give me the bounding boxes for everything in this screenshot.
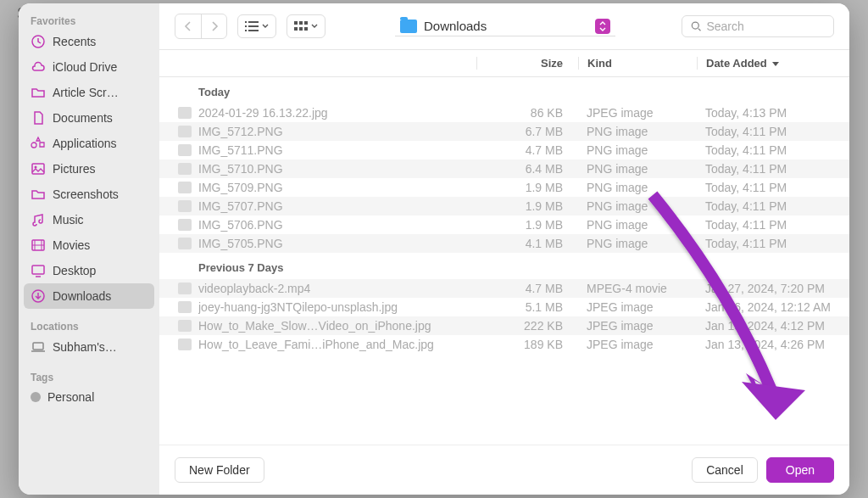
file-date: Today, 4:11 PM <box>697 181 849 194</box>
sidebar-item-label: Music <box>53 213 84 227</box>
nav-buttons <box>175 14 227 39</box>
file-date: Jan 26, 2024, 12:12 AM <box>697 300 849 314</box>
back-button[interactable] <box>175 14 201 38</box>
sidebar-item-label: Recents <box>53 35 96 48</box>
file-row[interactable]: IMG_5705.PNG4.1 MBPNG imageToday, 4:11 P… <box>159 234 849 253</box>
dialog-footer: New Folder Cancel Open <box>159 445 849 495</box>
file-kind: PNG image <box>578 181 697 194</box>
sidebar-item-desktop[interactable]: Desktop <box>19 258 159 283</box>
file-icon <box>178 126 192 137</box>
svg-rect-8 <box>299 21 303 25</box>
col-name-header[interactable]: Name <box>159 57 476 70</box>
sidebar-tag[interactable]: Personal <box>19 385 159 409</box>
sidebar-item-applications[interactable]: Applications <box>19 131 159 156</box>
folder-icon <box>400 20 417 33</box>
sidebar-item-screenshots[interactable]: Screenshots <box>19 182 159 207</box>
pictures-icon <box>31 161 46 176</box>
sidebar-item-music[interactable]: Music <box>19 207 159 232</box>
file-icon <box>178 219 192 231</box>
sidebar-item-recents[interactable]: Recents <box>19 29 159 54</box>
main-panel: Downloads Name Size Kind Date Added Toda… <box>159 3 849 495</box>
movies-icon <box>31 238 46 253</box>
file-date: Today, 4:11 PM <box>697 162 849 176</box>
sidebar-locations-header: Locations <box>19 317 159 334</box>
file-row[interactable]: videoplayback-2.mp44.7 MBMPEG-4 movieJan… <box>159 279 849 298</box>
tag-dot-icon <box>31 392 41 402</box>
folder-icon <box>31 187 46 202</box>
file-name: IMG_5706.PNG <box>198 218 476 232</box>
clock-icon <box>31 34 46 49</box>
file-icon <box>178 301 192 313</box>
file-icon <box>178 107 192 119</box>
sidebar-item-downloads[interactable]: Downloads <box>24 283 154 309</box>
file-icon <box>178 238 192 249</box>
file-icon <box>178 283 192 294</box>
location-label: Downloads <box>424 19 487 33</box>
view-list-button[interactable] <box>237 14 276 38</box>
file-icon <box>178 163 192 175</box>
sidebar-location[interactable]: Subham's… <box>19 334 159 360</box>
view-group-button[interactable] <box>287 14 326 38</box>
file-row[interactable]: IMG_5710.PNG6.4 MBPNG imageToday, 4:11 P… <box>159 159 849 178</box>
sidebar-favorites-header: Favorites <box>19 12 159 29</box>
sidebar-item-label: iCloud Drive <box>53 60 117 74</box>
file-row[interactable]: IMG_5709.PNG1.9 MBPNG imageToday, 4:11 P… <box>159 178 849 197</box>
file-row[interactable]: joey-huang-jg3NTQilepo-unsplash.jpg5.1 M… <box>159 298 849 316</box>
file-date: Today, 4:11 PM <box>697 125 849 138</box>
file-row[interactable]: How_to_Make_Slow…Video_on_iPhone.jpg222 … <box>159 316 849 335</box>
file-date: Today, 4:11 PM <box>697 218 849 232</box>
file-kind: PNG image <box>578 125 697 138</box>
file-row[interactable]: 2024-01-29 16.13.22.jpg86 KBJPEG imageTo… <box>159 104 849 122</box>
sidebar-item-pictures[interactable]: Pictures <box>19 156 159 182</box>
file-row[interactable]: IMG_5712.PNG6.7 MBPNG imageToday, 4:11 P… <box>159 122 849 141</box>
file-date: Today, 4:11 PM <box>697 199 849 213</box>
sidebar-item-label: Desktop <box>53 264 96 277</box>
col-date-header[interactable]: Date Added <box>697 57 849 70</box>
group-header: Previous 7 Days <box>159 253 849 279</box>
file-name: IMG_5710.PNG <box>198 162 476 176</box>
file-kind: PNG image <box>578 199 697 213</box>
file-size: 5.1 MB <box>476 300 578 314</box>
new-folder-button[interactable]: New Folder <box>175 457 264 483</box>
file-icon <box>178 182 192 193</box>
svg-rect-6 <box>33 343 43 350</box>
open-button[interactable]: Open <box>766 457 834 483</box>
file-kind: PNG image <box>578 143 697 157</box>
apps-icon <box>31 136 46 151</box>
svg-rect-11 <box>299 27 303 31</box>
file-row[interactable]: IMG_5707.PNG1.9 MBPNG imageToday, 4:11 P… <box>159 197 849 215</box>
search-input[interactable] <box>706 20 825 33</box>
sidebar-item-article-scr-[interactable]: Article Scr… <box>19 80 159 105</box>
sidebar-item-icloud-drive[interactable]: iCloud Drive <box>19 54 159 80</box>
file-list[interactable]: Today2024-01-29 16.13.22.jpg86 KBJPEG im… <box>159 77 849 445</box>
file-date: Today, 4:11 PM <box>697 237 849 250</box>
forward-button[interactable] <box>201 14 226 38</box>
col-size-header[interactable]: Size <box>476 57 578 70</box>
file-row[interactable]: IMG_5706.PNG1.9 MBPNG imageToday, 4:11 P… <box>159 215 849 234</box>
sidebar-item-movies[interactable]: Movies <box>19 232 159 258</box>
cancel-button[interactable]: Cancel <box>692 457 758 483</box>
svg-point-2 <box>35 166 37 169</box>
file-date: Jan 13, 2024, 4:26 PM <box>697 338 849 351</box>
file-name: 2024-01-29 16.13.22.jpg <box>198 106 476 120</box>
file-kind: JPEG image <box>578 300 697 314</box>
toolbar: Downloads <box>159 3 849 49</box>
file-size: 1.9 MB <box>476 181 578 194</box>
file-icon <box>178 144 192 156</box>
svg-rect-9 <box>304 21 308 25</box>
location-dropdown[interactable]: Downloads <box>395 17 615 36</box>
svg-rect-7 <box>294 21 298 25</box>
cloud-icon <box>31 59 46 75</box>
search-field[interactable] <box>682 15 834 37</box>
col-kind-header[interactable]: Kind <box>578 57 697 70</box>
laptop-icon <box>31 339 46 355</box>
file-name: videoplayback-2.mp4 <box>198 282 476 295</box>
file-size: 4.7 MB <box>476 282 578 295</box>
file-kind: JPEG image <box>578 338 697 351</box>
sidebar-item-documents[interactable]: Documents <box>19 105 159 131</box>
file-kind: JPEG image <box>578 319 697 333</box>
file-kind: MPEG-4 movie <box>578 282 697 295</box>
file-date: Today, 4:13 PM <box>697 106 849 120</box>
file-row[interactable]: IMG_5711.PNG4.7 MBPNG imageToday, 4:11 P… <box>159 141 849 159</box>
file-row[interactable]: How_to_Leave_Fami…iPhone_and_Mac.jpg189 … <box>159 335 849 354</box>
